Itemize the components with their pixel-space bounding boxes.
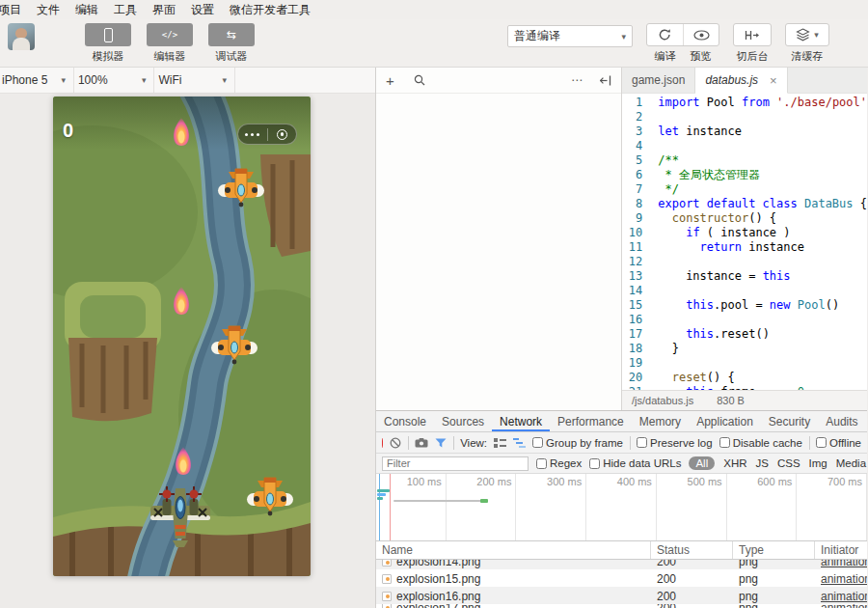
network-filter-row: Regex Hide data URLs AllXHRJSCSSImgMedia… bbox=[376, 454, 867, 474]
game-canvas[interactable]: ▼ audio bgm.mp3 boom.mp3 bullet.mp3 ▶ im… bbox=[53, 97, 311, 576]
disable-cache-checkbox[interactable]: Disable cache bbox=[719, 437, 802, 449]
column-header-type[interactable]: Type bbox=[733, 541, 815, 559]
code-area[interactable]: 123456789101112131415161718192021 import… bbox=[622, 94, 867, 390]
filter-pill-img[interactable]: Img bbox=[809, 457, 827, 469]
menu-item-2[interactable]: 编辑 bbox=[68, 2, 106, 18]
filter-pill-media[interactable]: Media bbox=[836, 457, 866, 469]
close-tab-icon[interactable]: × bbox=[770, 73, 777, 88]
filter-input[interactable] bbox=[382, 456, 529, 471]
image-file-icon bbox=[382, 574, 392, 584]
request-row-explosion15-png[interactable]: explosion15.png 200 png animation.js bbox=[376, 569, 867, 587]
compile-mode-select[interactable]: 普通编译 ▾ bbox=[507, 25, 633, 47]
clear-button[interactable] bbox=[390, 437, 401, 449]
network-toolbar: View: Group by frame Preserve log Disabl… bbox=[376, 432, 867, 454]
hide-data-urls-checkbox[interactable]: Hide data URLs bbox=[589, 457, 681, 469]
menu-item-3[interactable]: 工具 bbox=[106, 2, 145, 18]
initiator-link[interactable]: animation.js bbox=[821, 572, 867, 586]
chevron-down-icon: ▾ bbox=[222, 75, 227, 85]
menu-item-0[interactable]: 项目 bbox=[0, 2, 29, 18]
search-icon[interactable] bbox=[414, 74, 425, 86]
zoom-value: 100% bbox=[78, 73, 128, 87]
devtools-tab-network[interactable]: Network bbox=[492, 411, 550, 431]
collapse-panel-icon[interactable] bbox=[600, 75, 611, 86]
more-icon[interactable]: ⋯ bbox=[571, 73, 583, 87]
filter-pill-xhr[interactable]: XHR bbox=[723, 457, 746, 469]
image-file-icon bbox=[382, 604, 392, 608]
layers-icon bbox=[796, 28, 810, 41]
compile-mode-value: 普通编译 bbox=[514, 28, 621, 44]
timeline-tick: 400 ms bbox=[586, 474, 657, 540]
column-header-initiator[interactable]: Initiator bbox=[815, 541, 867, 559]
clear-cache-button[interactable]: ▾ bbox=[785, 23, 829, 46]
offline-checkbox[interactable]: Offline bbox=[816, 437, 861, 449]
devtools-tab-sources[interactable]: Sources bbox=[434, 411, 492, 431]
status-cell: 200 bbox=[651, 569, 733, 587]
regex-checkbox[interactable]: Regex bbox=[536, 457, 582, 469]
preview-button[interactable] bbox=[683, 24, 719, 45]
switch-background-label: 切后台 bbox=[737, 49, 769, 64]
network-select[interactable]: WiFi ▾ bbox=[154, 68, 235, 93]
compile-button[interactable] bbox=[647, 24, 683, 45]
waterfall-view-icon[interactable] bbox=[513, 438, 526, 448]
file-path: /js/databus.js bbox=[632, 395, 693, 406]
screenshot-icon[interactable] bbox=[415, 438, 428, 448]
initiator-link[interactable]: animation.js bbox=[821, 560, 867, 568]
devtools-tab-security[interactable]: Security bbox=[761, 411, 818, 431]
menu-item-6[interactable]: 微信开发者工具 bbox=[222, 2, 318, 18]
switch-background-icon bbox=[745, 30, 760, 41]
column-header-status[interactable]: Status bbox=[651, 541, 733, 559]
devtools-tab-storage[interactable]: Storage bbox=[866, 411, 867, 431]
tab-game-json[interactable]: game.json bbox=[622, 68, 695, 93]
mini-program-capsule bbox=[237, 124, 297, 145]
menu-item-5[interactable]: 设置 bbox=[183, 2, 222, 18]
list-view-icon[interactable] bbox=[494, 438, 506, 448]
chevron-down-icon: ▾ bbox=[61, 75, 66, 85]
status-cell: 200 bbox=[651, 587, 733, 604]
debugger-label: 调试器 bbox=[216, 49, 248, 64]
initiator-link[interactable]: animation.js bbox=[821, 590, 867, 603]
editor-button[interactable]: </> 编辑器 bbox=[145, 23, 195, 64]
view-label: View: bbox=[460, 437, 487, 449]
add-file-icon[interactable]: + bbox=[386, 72, 394, 89]
devtools-tab-console[interactable]: Console bbox=[376, 411, 434, 431]
zoom-select[interactable]: 100% ▾ bbox=[74, 68, 155, 93]
filter-pill-all[interactable]: All bbox=[689, 456, 715, 470]
filter-pill-js[interactable]: JS bbox=[756, 457, 769, 469]
network-timeline: 100 ms200 ms300 ms400 ms500 ms600 ms700 … bbox=[376, 474, 867, 541]
filter-icon[interactable] bbox=[435, 438, 447, 448]
device-select[interactable]: iPhone 5 ▾ bbox=[0, 68, 74, 93]
record-button[interactable] bbox=[382, 438, 383, 448]
simulator-panel: iPhone 5 ▾ 100% ▾ WiFi ▾ bbox=[0, 68, 376, 608]
group-by-frame-checkbox[interactable]: Group by frame bbox=[532, 437, 623, 449]
devtools-tab-application[interactable]: Application bbox=[689, 411, 761, 431]
debugger-button[interactable]: ⇆ 调试器 bbox=[206, 23, 257, 64]
chevron-down-icon: ▾ bbox=[621, 32, 626, 41]
mini-program-menu-button[interactable] bbox=[238, 133, 267, 136]
user-avatar[interactable] bbox=[8, 23, 35, 50]
mini-program-home-button[interactable] bbox=[268, 129, 297, 140]
status-cell: 200 bbox=[651, 560, 733, 569]
devtools-tab-audits[interactable]: Audits bbox=[818, 411, 865, 431]
tab-databus-js[interactable]: databus.js × bbox=[695, 68, 787, 94]
switch-background-button[interactable] bbox=[733, 23, 772, 46]
column-header-name[interactable]: Name bbox=[376, 541, 651, 559]
editor-tab-bar: game.json databus.js × bbox=[622, 68, 867, 94]
preserve-log-checkbox[interactable]: Preserve log bbox=[637, 437, 713, 449]
main-toolbar: 模拟器 </> 编辑器 ⇆ 调试器 普通编译 ▾ bbox=[0, 19, 868, 68]
devtools-tab-memory[interactable]: Memory bbox=[632, 411, 689, 431]
devtools-tab-performance[interactable]: Performance bbox=[550, 411, 632, 431]
image-file-icon bbox=[382, 560, 392, 567]
file-explorer-toolbar: + ⋯ bbox=[376, 68, 621, 94]
initiator-link[interactable]: animation.js bbox=[821, 604, 867, 608]
menu-item-4[interactable]: 界面 bbox=[145, 2, 183, 18]
menu-item-1[interactable]: 文件 bbox=[29, 2, 68, 18]
request-row-explosion16-png[interactable]: explosion16.png 200 png animation.js bbox=[376, 587, 867, 604]
filter-pill-css[interactable]: CSS bbox=[777, 457, 800, 469]
file-tree bbox=[376, 94, 621, 410]
simulator-button[interactable]: 模拟器 bbox=[83, 23, 133, 64]
type-cell: png bbox=[733, 587, 815, 604]
debug-icon: ⇆ bbox=[227, 28, 236, 41]
request-row-explosion17-png[interactable]: explosion17.png 200 png animation.js bbox=[376, 604, 867, 608]
type-cell: png bbox=[733, 604, 815, 608]
request-row-explosion14-png[interactable]: explosion14.png 200 png animation.js bbox=[376, 560, 867, 569]
